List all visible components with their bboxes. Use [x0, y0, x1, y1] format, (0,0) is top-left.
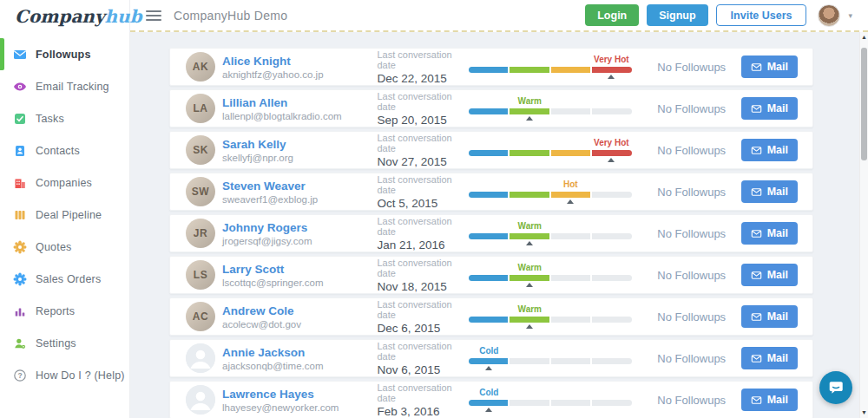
- hamburger-menu-icon[interactable]: [146, 8, 161, 23]
- mail-button-label: Mail: [767, 61, 788, 73]
- mail-button[interactable]: Mail: [741, 180, 798, 203]
- no-followups-text: No Followups: [642, 269, 741, 282]
- mail-button[interactable]: Mail: [741, 389, 798, 411]
- mail-envelope-icon: [751, 145, 762, 156]
- no-followups-text: No Followups: [642, 310, 741, 323]
- contact-name-link[interactable]: Lawrence Hayes: [222, 388, 377, 401]
- sidebar-item[interactable]: Email Tracking: [0, 70, 129, 102]
- sidebar-item[interactable]: Tasks: [0, 102, 129, 134]
- no-followups-text: No Followups: [642, 186, 741, 199]
- last-conversation: Last conversation date Nov 27, 2015: [377, 133, 468, 168]
- svg-text:?: ?: [17, 371, 22, 380]
- scrollbar[interactable]: ▲ ▼: [859, 32, 868, 418]
- scrollbar-down-arrow-icon[interactable]: ▼: [860, 409, 868, 416]
- contact-avatar: AC: [186, 302, 215, 331]
- heat-bar: [469, 358, 632, 364]
- heat-meter: Cold: [469, 388, 632, 412]
- mail-button[interactable]: Mail: [741, 97, 798, 120]
- heat-bar: [469, 275, 632, 281]
- signup-button[interactable]: Signup: [647, 4, 707, 26]
- heat-bar: [469, 192, 632, 198]
- mail-button[interactable]: Mail: [741, 222, 798, 245]
- last-conversation-label: Last conversation date: [377, 382, 468, 403]
- last-conversation-date: Dec 6, 2015: [377, 322, 468, 335]
- topbar: CompanyHub Demo Login Signup Invite User…: [130, 0, 868, 32]
- sidebar-item[interactable]: Deal Pipeline: [0, 199, 129, 231]
- last-conversation-date: Jan 21, 2016: [377, 238, 468, 251]
- mail-button-label: Mail: [767, 352, 788, 364]
- envelope-icon: [13, 48, 27, 62]
- user-avatar[interactable]: [818, 4, 840, 27]
- heat-bar: [469, 400, 632, 406]
- last-conversation-label: Last conversation date: [377, 49, 468, 70]
- heat-label: Cold: [479, 346, 498, 356]
- sidebar-item[interactable]: Followups: [0, 38, 129, 70]
- heat-meter: Hot: [469, 180, 632, 204]
- contact-name-link[interactable]: Sarah Kelly: [222, 138, 377, 151]
- contact-name-link[interactable]: Alice Knight: [222, 55, 377, 68]
- contact-name-link[interactable]: Lillian Allen: [222, 96, 377, 109]
- sidebar-item-label: Reports: [36, 305, 75, 317]
- sidebar-item[interactable]: Companies: [0, 167, 129, 199]
- sidebar-item[interactable]: Contacts: [0, 134, 129, 167]
- contact-name-link[interactable]: Andrew Cole: [222, 304, 377, 317]
- scrollbar-up-arrow-icon[interactable]: ▲: [860, 34, 868, 41]
- avatar-dropdown-caret-icon[interactable]: ▾: [848, 11, 852, 20]
- sidebar-item-label: Deal Pipeline: [36, 209, 102, 221]
- columns-icon: [13, 208, 27, 222]
- contact-name-link[interactable]: Annie Jackson: [222, 346, 377, 359]
- heat-label: Cold: [479, 388, 498, 397]
- eye-icon: [13, 80, 27, 94]
- no-followups-text: No Followups: [642, 144, 741, 157]
- no-followups-text: No Followups: [642, 61, 741, 74]
- sidebar-item[interactable]: Sales Orders: [0, 263, 129, 295]
- sidebar-item-label: Email Tracking: [36, 81, 109, 93]
- sidebar-item-label: Settings: [36, 337, 76, 349]
- contact-list: AK Alice Knight aknightfz@yahoo.co.jp La…: [169, 48, 868, 418]
- mail-button[interactable]: Mail: [741, 347, 798, 369]
- mail-button-label: Mail: [767, 269, 788, 281]
- no-followups-text: No Followups: [642, 394, 741, 407]
- page-title: CompanyHub Demo: [174, 9, 287, 23]
- heat-caret-icon: [485, 366, 492, 370]
- contact-avatar: LS: [186, 260, 215, 290]
- check-square-icon: [13, 112, 27, 126]
- mail-button[interactable]: Mail: [741, 264, 798, 286]
- last-conversation: Last conversation date Dec 22, 2015: [377, 49, 468, 85]
- mail-button[interactable]: Mail: [741, 56, 798, 78]
- login-button[interactable]: Login: [585, 4, 639, 26]
- mail-envelope-icon: [751, 228, 762, 239]
- scrollbar-thumb[interactable]: [861, 48, 867, 160]
- last-conversation-date: Nov 6, 2015: [377, 363, 468, 376]
- last-conversation-label: Last conversation date: [377, 91, 468, 112]
- mail-button-label: Mail: [767, 227, 788, 239]
- sidebar-item[interactable]: Settings: [0, 327, 129, 359]
- contact-name-link[interactable]: Johnny Rogers: [222, 221, 377, 234]
- contact-row: Lawrence Hayes lhayesey@newyorker.com La…: [169, 381, 813, 418]
- sidebar-item[interactable]: Quotes: [0, 231, 129, 263]
- heat-meter: Very Hot: [469, 55, 632, 79]
- contact-identity: Lillian Allen lallenpl@blogtalkradio.com: [222, 96, 377, 121]
- contact-name-link[interactable]: Steven Weaver: [222, 180, 377, 193]
- last-conversation-label: Last conversation date: [377, 174, 468, 195]
- invite-users-button[interactable]: Invite Users: [716, 4, 807, 26]
- seal-blue-icon: [13, 272, 27, 286]
- sidebar-item[interactable]: Reports: [0, 295, 129, 327]
- logo-text-company: Company: [15, 6, 105, 27]
- last-conversation: Last conversation date Jan 21, 2016: [377, 216, 468, 251]
- last-conversation-date: Sep 20, 2015: [377, 114, 468, 127]
- sidebar-item[interactable]: ? How Do I ? (Help): [0, 359, 129, 391]
- heat-meter: Warm: [469, 304, 632, 329]
- user-gear-icon: [13, 336, 27, 350]
- sidebar-nav: Followups Email Tracking Tasks Contacts …: [0, 33, 129, 391]
- mail-button[interactable]: Mail: [741, 305, 798, 328]
- question-icon: ?: [13, 369, 27, 382]
- heat-meter: Warm: [469, 221, 632, 245]
- last-conversation-label: Last conversation date: [377, 216, 468, 237]
- last-conversation: Last conversation date Sep 20, 2015: [377, 91, 468, 127]
- contact-card-icon: [13, 144, 27, 158]
- contact-avatar: AK: [186, 52, 215, 82]
- chat-widget-button[interactable]: [819, 371, 852, 404]
- contact-name-link[interactable]: Larry Scott: [222, 263, 377, 276]
- mail-button[interactable]: Mail: [741, 139, 798, 161]
